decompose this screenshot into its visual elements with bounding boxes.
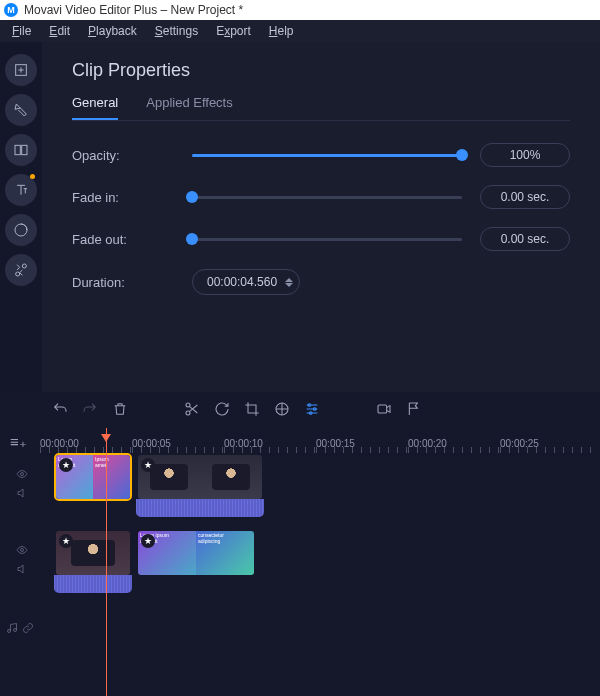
- svg-point-15: [8, 629, 11, 632]
- tool-stickers[interactable]: [5, 214, 37, 246]
- marker-button[interactable]: [406, 401, 422, 420]
- window-titlebar: M Movavi Video Editor Plus – New Project…: [0, 0, 600, 20]
- clip-video-1[interactable]: ★: [136, 453, 264, 501]
- clip-properties-button[interactable]: [304, 401, 320, 420]
- value-fadeout[interactable]: 0.00 sec.: [480, 227, 570, 251]
- menu-playback[interactable]: Playback: [88, 24, 137, 38]
- ruler-tick: 00:00:25: [500, 438, 592, 449]
- clip-title-2[interactable]: ★ Lorem ipsumdolor sit consecteturadipis…: [136, 529, 256, 577]
- track-controls: [10, 468, 34, 502]
- slider-thumb-icon[interactable]: [186, 191, 198, 203]
- audio-track[interactable]: [40, 616, 600, 642]
- rotate-button[interactable]: [214, 401, 230, 420]
- spinner-down-icon[interactable]: [285, 283, 293, 287]
- slider-thumb-icon[interactable]: [456, 149, 468, 161]
- tab-general[interactable]: General: [72, 95, 118, 120]
- row-fadeout: Fade out: 0.00 sec.: [72, 227, 570, 251]
- panel-title: Clip Properties: [72, 60, 570, 81]
- split-button[interactable]: [184, 401, 200, 420]
- slider-fadeout[interactable]: [192, 232, 462, 246]
- svg-point-16: [14, 628, 17, 631]
- timeline-toolbar: [0, 392, 600, 428]
- label-duration: Duration:: [72, 275, 192, 290]
- label-fadein: Fade in:: [72, 190, 192, 205]
- track-controls: [10, 544, 34, 578]
- menu-help[interactable]: Help: [269, 24, 294, 38]
- left-toolbar: [0, 42, 42, 392]
- slider-fadein[interactable]: [192, 190, 462, 204]
- track-controls: [6, 622, 30, 637]
- star-icon: ★: [59, 458, 73, 472]
- notification-dot-icon: [30, 174, 35, 179]
- mute-icon[interactable]: [16, 563, 28, 578]
- ruler-tick: 00:00:00: [40, 438, 132, 449]
- menu-bar: File Edit Playback Settings Export Help: [0, 20, 600, 42]
- record-button[interactable]: [376, 401, 392, 420]
- tool-filters[interactable]: [5, 94, 37, 126]
- crop-button[interactable]: [244, 401, 260, 420]
- tool-import[interactable]: [5, 54, 37, 86]
- ruler-tick: 00:00:15: [316, 438, 408, 449]
- link-icon[interactable]: [22, 622, 34, 637]
- svg-point-13: [21, 473, 24, 476]
- ruler-tick: 00:00:20: [408, 438, 500, 449]
- row-fadein: Fade in: 0.00 sec.: [72, 185, 570, 209]
- ruler-tick: 00:00:05: [132, 438, 224, 449]
- row-opacity: Opacity: 100%: [72, 143, 570, 167]
- timeline: ≡₊ 00:00:00 00:00:05 00:00:10 00:00:15 0…: [0, 428, 600, 696]
- svg-point-5: [16, 272, 20, 276]
- ruler-tick: 00:00:10: [224, 438, 316, 449]
- window-title: Movavi Video Editor Plus – New Project *: [24, 3, 243, 17]
- spinner-up-icon[interactable]: [285, 278, 293, 282]
- duration-spinner: [285, 278, 293, 287]
- clip-title-1[interactable]: ★ Loremdolor sit Ipsumamet: [54, 453, 132, 501]
- star-icon: ★: [59, 534, 73, 548]
- star-icon: ★: [141, 458, 155, 472]
- clip-video-2[interactable]: ★: [54, 529, 132, 577]
- star-icon: ★: [141, 534, 155, 548]
- properties-panel: Clip Properties General Applied Effects …: [42, 42, 600, 392]
- duration-input[interactable]: 00:00:04.560: [192, 269, 300, 295]
- svg-rect-1: [15, 145, 20, 154]
- main-area: Clip Properties General Applied Effects …: [0, 42, 600, 392]
- svg-rect-2: [22, 145, 27, 154]
- tool-transitions[interactable]: [5, 134, 37, 166]
- app-logo-icon: M: [4, 3, 18, 17]
- visibility-icon[interactable]: [16, 544, 28, 559]
- slider-thumb-icon[interactable]: [186, 233, 198, 245]
- value-opacity[interactable]: 100%: [480, 143, 570, 167]
- visibility-icon[interactable]: [16, 468, 28, 483]
- video-track-1[interactable]: ★ Loremdolor sit Ipsumamet ★: [40, 458, 600, 512]
- label-opacity: Opacity:: [72, 148, 192, 163]
- tab-applied-effects[interactable]: Applied Effects: [146, 95, 232, 120]
- svg-rect-12: [378, 405, 387, 413]
- duration-value: 00:00:04.560: [207, 275, 277, 289]
- svg-point-14: [21, 549, 24, 552]
- mute-icon[interactable]: [16, 487, 28, 502]
- clip-audio-wave[interactable]: [136, 499, 264, 517]
- video-track-2[interactable]: ★ ★ Lorem ipsumdolor sit consecteturadip…: [40, 534, 600, 588]
- panel-tabs: General Applied Effects: [72, 95, 570, 121]
- clip-audio-wave[interactable]: [54, 575, 132, 593]
- slider-opacity[interactable]: [192, 148, 462, 162]
- menu-export[interactable]: Export: [216, 24, 251, 38]
- row-duration: Duration: 00:00:04.560: [72, 269, 570, 295]
- music-icon[interactable]: [6, 622, 18, 637]
- menu-edit[interactable]: Edit: [49, 24, 70, 38]
- svg-point-4: [22, 264, 26, 268]
- tracks-area: ★ Loremdolor sit Ipsumamet ★: [0, 458, 600, 642]
- value-fadein[interactable]: 0.00 sec.: [480, 185, 570, 209]
- delete-button[interactable]: [112, 401, 128, 420]
- undo-button[interactable]: [52, 401, 68, 420]
- redo-button[interactable]: [82, 401, 98, 420]
- tool-more[interactable]: [5, 254, 37, 286]
- label-fadeout: Fade out:: [72, 232, 192, 247]
- menu-settings[interactable]: Settings: [155, 24, 198, 38]
- playhead[interactable]: [106, 428, 107, 696]
- tool-titles[interactable]: [5, 174, 37, 206]
- menu-file[interactable]: File: [12, 24, 31, 38]
- color-button[interactable]: [274, 401, 290, 420]
